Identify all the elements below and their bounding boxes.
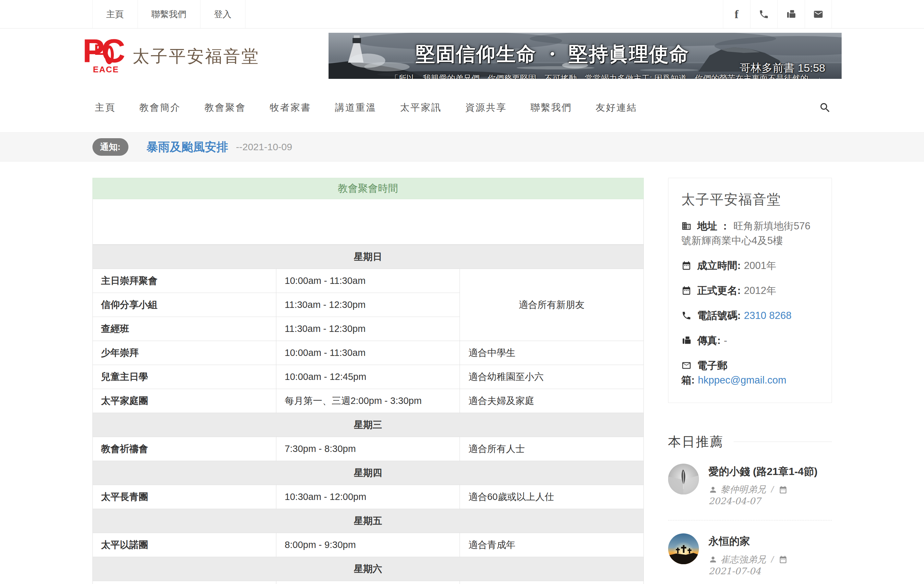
calendar-icon: [681, 261, 691, 271]
church-card-title: 太子平安福音堂: [681, 190, 818, 208]
email-icon[interactable]: [805, 0, 832, 28]
pec-logo-icon: P E C EACE: [83, 38, 119, 74]
table-row: [92, 581, 644, 584]
topbar-link-contact[interactable]: 聯繫我們: [138, 0, 200, 28]
renamed-row: 正式更名:2012年: [681, 284, 818, 298]
banner-verse: 「所以，我親愛的弟兄們，你們務要堅固，不可搖動，常常竭力多做主工; 因爲知道，你…: [391, 73, 825, 79]
notice-date: --2021-10-09: [236, 141, 292, 152]
phone-icon[interactable]: [750, 0, 777, 28]
search-button[interactable]: [819, 101, 831, 114]
main-nav: 主頁 教會簡介 教會聚會 牧者家書 講道重溫 太平家訊 資源共享 聯繫我們 友好…: [0, 83, 924, 132]
topbar-link-home[interactable]: 主頁: [92, 0, 138, 28]
notice-bar: 通知: 暴雨及颱風安排 --2021-10-09: [0, 132, 924, 162]
recommend-section: 本日推薦: [668, 433, 832, 584]
nav-item-home[interactable]: 主頁: [92, 101, 119, 114]
header-banner: 堅固信仰生命 ・ 堅持眞理使命 哥林多前書 15:58 「所以，我親愛的弟兄們，…: [328, 33, 842, 79]
schedule-table: 星期日 主日崇拜聚會 10:00am - 11:30am 適合所有新朋友 信仰分…: [92, 245, 644, 584]
phone-icon: [681, 311, 691, 321]
day-header-row: 星期四: [92, 461, 644, 485]
day-header-row: 星期三: [92, 413, 644, 437]
notice-link[interactable]: 暴雨及颱風安排: [147, 139, 228, 155]
day-header-row: 星期六: [92, 557, 644, 581]
nav-item-resources[interactable]: 資源共享: [463, 101, 510, 114]
nav-item-about[interactable]: 教會簡介: [137, 101, 183, 114]
nav-item-sermons[interactable]: 講道重溫: [332, 101, 379, 114]
nav-item-contact[interactable]: 聯繫我們: [528, 101, 575, 114]
table-row: 太平長青團 10:30am - 12:00pm 適合60歲或以上人仕: [92, 485, 644, 509]
recommend-title: 本日推薦: [668, 433, 724, 451]
day-header-row: 星期五: [92, 509, 644, 533]
day-header-row: 星期日: [92, 245, 644, 269]
person-icon: [709, 555, 718, 564]
calendar-icon: [681, 286, 691, 296]
sermon-date: 2021-07-04: [709, 566, 761, 577]
sermon-date: 2024-04-07: [709, 496, 761, 506]
building-icon: [681, 221, 691, 231]
nav-item-meetings[interactable]: 教會聚會: [202, 101, 249, 114]
recommend-rule: [734, 442, 832, 442]
topbar: 主頁 聯繫我們 登入 f: [0, 0, 924, 28]
fax-icon: [786, 9, 796, 20]
email-icon: [681, 361, 691, 371]
feather-book-image: [668, 464, 699, 495]
founded-row: 成立時間:2001年: [681, 258, 818, 273]
church-info-card: 太子平安福音堂 地址 ：旺角新填地街576號新輝商業中心4及5樓 成立時間:20…: [668, 178, 832, 403]
table-row: 主日崇拜聚會 10:00am - 11:30am 適合所有新朋友: [92, 269, 644, 293]
person-icon: [709, 485, 718, 494]
table-row: 少年崇拜 10:00am - 11:30am 適合中學生: [92, 341, 644, 365]
fax-icon[interactable]: [777, 0, 805, 28]
site-logo[interactable]: P E C EACE 太子平安福音堂: [83, 38, 260, 74]
notice-badge: 通知:: [92, 138, 129, 156]
list-item[interactable]: 愛的小錢 (路21章1-4節) 黎仲明弟兄 / 2024-04-07: [668, 451, 832, 521]
sermon-thumbnail[interactable]: [668, 533, 699, 564]
topbar-link-login[interactable]: 登入: [200, 0, 246, 28]
address-row: 地址 ：旺角新填地街576號新輝商業中心4及5樓: [681, 219, 818, 248]
schedule-panel: 教會聚會時間 星期日 主日崇拜聚會 10:00am - 11:30am 適合所有…: [92, 178, 644, 584]
sermon-meta: 崔志強弟兄 / 2021-07-04: [709, 554, 832, 577]
banner-title: 堅固信仰生命 ・ 堅持眞理使命: [328, 41, 777, 68]
site-title: 太子平安福音堂: [133, 45, 260, 68]
topbar-social: f: [723, 0, 832, 28]
phone-icon: [759, 9, 769, 20]
email-link[interactable]: hkppec@gmail.com: [698, 374, 787, 386]
calendar-icon: [779, 555, 787, 564]
site-header: P E C EACE 太子平安福音堂: [0, 28, 924, 83]
sermon-title[interactable]: 永恒的家: [709, 535, 832, 548]
email-icon: [813, 9, 823, 20]
table-row: 太平以諾團 8:00pm - 9:30pm 適合青成年: [92, 533, 644, 557]
phone-row: 電話號碼:2310 8268: [681, 309, 818, 323]
table-row: 教會祈禱會 7:30pm - 8:30pm 適合所有人士: [92, 437, 644, 461]
sermon-author: 崔志強弟兄: [721, 554, 766, 566]
schedule-panel-body: [92, 199, 644, 245]
table-row: 兒童主日學 10:00am - 12:45pm 適合幼稚園至小六: [92, 365, 644, 389]
phone-link[interactable]: 2310 8268: [744, 310, 792, 321]
facebook-icon[interactable]: f: [723, 0, 750, 28]
calendar-icon: [779, 485, 787, 494]
topbar-menu: 主頁 聯繫我們 登入: [92, 0, 246, 28]
fax-icon: [681, 336, 691, 346]
sermon-meta: 黎仲明弟兄 / 2024-04-07: [709, 483, 832, 506]
fax-row: 傳真:-: [681, 334, 818, 348]
schedule-title: 教會聚會時間: [92, 178, 644, 199]
nav-item-links[interactable]: 友好連結: [593, 101, 640, 114]
nav-item-pastor-letters[interactable]: 牧者家書: [267, 101, 314, 114]
sermon-author: 黎仲明弟兄: [721, 483, 766, 496]
list-item[interactable]: 永恒的家 崔志強弟兄 / 2021-07-04: [668, 520, 832, 584]
table-row: 太平家庭團 每月第一、三週2:00pm - 3:30pm 適合夫婦及家庭: [92, 389, 644, 413]
nav-item-news[interactable]: 太平家訊: [398, 101, 444, 114]
sermon-thumbnail[interactable]: [668, 464, 699, 495]
search-icon: [819, 101, 831, 114]
email-row: 電子郵箱:hkppec@gmail.com: [681, 359, 818, 388]
sunset-crosses-image: [668, 533, 699, 564]
sermon-title[interactable]: 愛的小錢 (路21章1-4節): [709, 465, 832, 478]
